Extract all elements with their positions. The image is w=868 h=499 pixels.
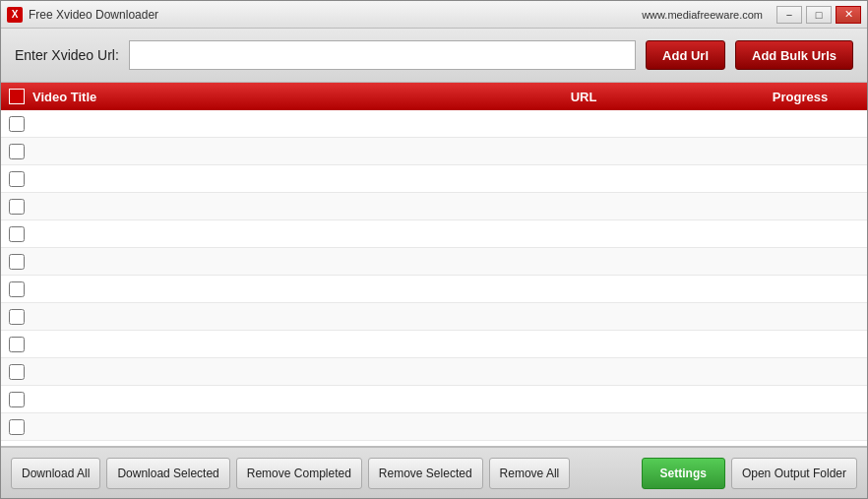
- add-bulk-urls-button[interactable]: Add Bulk Urls: [735, 40, 853, 70]
- titlebar: X Free Xvideo Downloader www.mediafreewa…: [1, 1, 867, 29]
- table-row: [1, 276, 867, 303]
- website-url: www.mediafreeware.com: [642, 9, 763, 21]
- url-input[interactable]: [129, 40, 636, 70]
- add-url-button[interactable]: Add Url: [646, 40, 725, 70]
- table-row: [1, 413, 867, 441]
- titlebar-left: X Free Xvideo Downloader: [7, 7, 158, 23]
- row-checkbox[interactable]: [9, 337, 25, 352]
- row-checkbox[interactable]: [9, 144, 25, 159]
- remove-all-button[interactable]: Remove All: [489, 458, 571, 489]
- remove-selected-button[interactable]: Remove Selected: [368, 458, 483, 489]
- table-row: [1, 138, 867, 165]
- col-title-header: Video Title: [32, 90, 426, 104]
- col-progress-header: Progress: [741, 90, 859, 104]
- download-selected-button[interactable]: Download Selected: [106, 458, 229, 489]
- download-table: [1, 110, 867, 447]
- table-row: [1, 193, 867, 220]
- restore-button[interactable]: □: [806, 6, 832, 24]
- app-title: Free Xvideo Downloader: [29, 8, 158, 22]
- titlebar-right: www.mediafreeware.com − □ ✕: [642, 6, 861, 24]
- remove-completed-button[interactable]: Remove Completed: [236, 458, 362, 489]
- settings-button[interactable]: Settings: [642, 458, 725, 489]
- row-checkbox[interactable]: [9, 171, 25, 187]
- table-header: Video Title URL Progress: [1, 83, 867, 110]
- row-checkbox[interactable]: [9, 254, 25, 270]
- table-row: [1, 110, 867, 138]
- table-row: [1, 165, 867, 193]
- row-checkbox[interactable]: [9, 199, 25, 215]
- row-checkbox[interactable]: [9, 309, 25, 325]
- select-all-checkbox[interactable]: [9, 89, 25, 104]
- row-checkbox[interactable]: [9, 281, 25, 297]
- bottom-toolbar: Download All Download Selected Remove Co…: [1, 447, 867, 498]
- table-row: [1, 303, 867, 331]
- minimize-button[interactable]: −: [776, 6, 802, 24]
- download-all-button[interactable]: Download All: [11, 458, 100, 489]
- table-row: [1, 358, 867, 386]
- url-label: Enter Xvideo Url:: [15, 47, 119, 63]
- col-url-header: URL: [426, 90, 741, 104]
- row-checkbox[interactable]: [9, 419, 25, 435]
- url-bar: Enter Xvideo Url: Add Url Add Bulk Urls: [1, 29, 867, 83]
- row-checkbox[interactable]: [9, 226, 25, 242]
- row-checkbox[interactable]: [9, 116, 25, 132]
- table-row: [1, 220, 867, 248]
- app-window: X Free Xvideo Downloader www.mediafreewa…: [0, 0, 868, 499]
- table-row: [1, 248, 867, 276]
- row-checkbox[interactable]: [9, 364, 25, 380]
- table-row: [1, 331, 867, 358]
- table-row: [1, 386, 867, 413]
- close-button[interactable]: ✕: [836, 6, 861, 24]
- open-output-folder-button[interactable]: Open Output Folder: [731, 458, 857, 489]
- row-checkbox[interactable]: [9, 392, 25, 407]
- app-icon: X: [7, 7, 23, 23]
